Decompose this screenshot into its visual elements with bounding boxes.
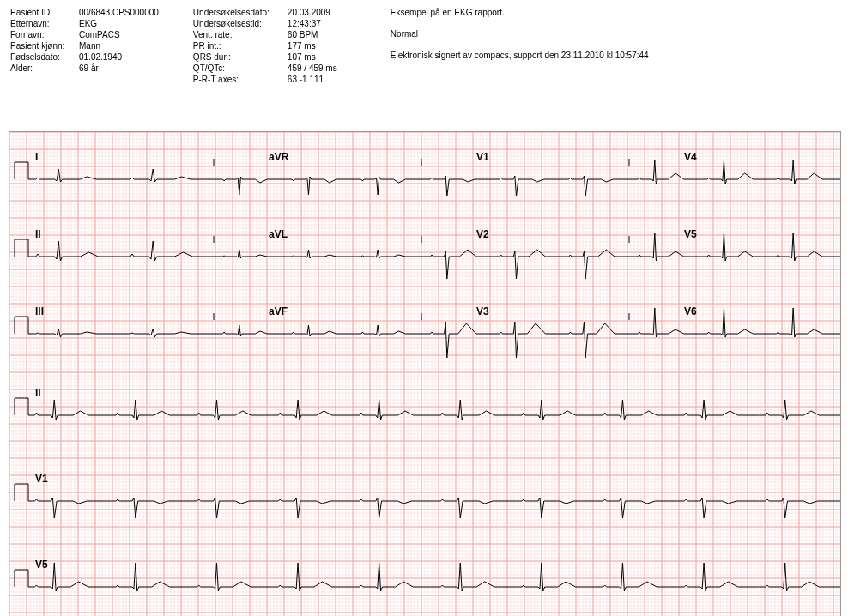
svg-text:V3: V3 xyxy=(476,305,489,317)
ekg-chart: IaVRV1V4IIaVLV2V5IIIaVFV3V6IIV1V5 xyxy=(9,131,841,616)
svg-text:V1: V1 xyxy=(35,473,48,485)
svg-text:III: III xyxy=(35,305,44,317)
svg-text:V4: V4 xyxy=(684,151,697,163)
svg-text:aVF: aVF xyxy=(269,305,288,317)
svg-text:II: II xyxy=(35,387,41,399)
svg-text:V2: V2 xyxy=(476,228,489,240)
svg-text:V1: V1 xyxy=(476,151,489,163)
svg-text:V6: V6 xyxy=(684,305,697,317)
svg-text:aVR: aVR xyxy=(269,151,289,163)
measurement-block: Undersøkelsesdato:Undersøkelsestid:Vent.… xyxy=(193,7,356,85)
report-header: Pasient ID:Etternavn:Fornavn:Pasient kjø… xyxy=(0,0,848,88)
patient-block: Pasient ID:Etternavn:Fornavn:Pasient kjø… xyxy=(10,7,159,85)
notes-block: Eksempel på en EKG rapport.NormalElektro… xyxy=(391,7,649,85)
svg-text:aVL: aVL xyxy=(269,228,288,240)
svg-text:II: II xyxy=(35,228,41,240)
svg-text:V5: V5 xyxy=(684,228,697,240)
svg-text:V5: V5 xyxy=(35,559,48,571)
svg-text:I: I xyxy=(35,151,38,163)
